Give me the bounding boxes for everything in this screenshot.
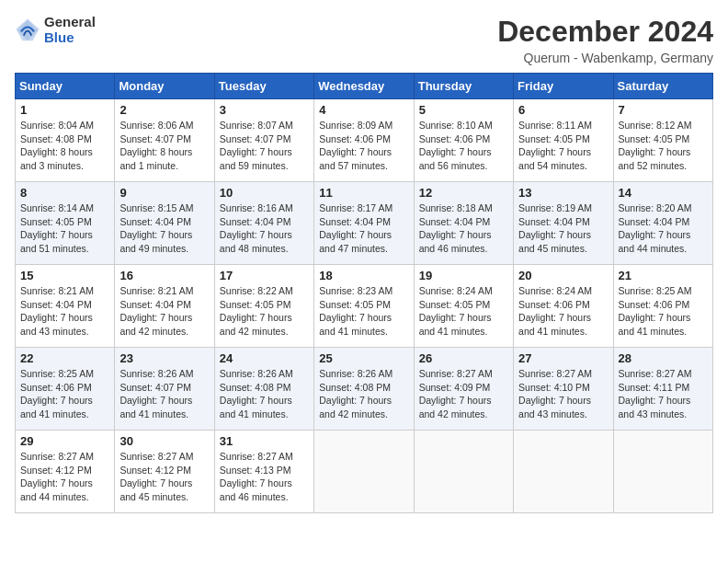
calendar-cell: 18Sunrise: 8:23 AM Sunset: 4:05 PM Dayli…	[314, 265, 414, 348]
day-info: Sunrise: 8:10 AM Sunset: 4:06 PM Dayligh…	[419, 119, 508, 173]
calendar-cell: 19Sunrise: 8:24 AM Sunset: 4:05 PM Dayli…	[414, 265, 513, 348]
calendar-cell: 20Sunrise: 8:24 AM Sunset: 4:06 PM Dayli…	[514, 265, 613, 348]
calendar-cell: 31Sunrise: 8:27 AM Sunset: 4:13 PM Dayli…	[214, 431, 313, 513]
location-text: Querum - Wabenkamp, Germany	[497, 51, 713, 65]
day-number: 25	[319, 351, 408, 365]
day-info: Sunrise: 8:23 AM Sunset: 4:05 PM Dayligh…	[319, 284, 408, 339]
day-number: 6	[518, 103, 608, 117]
calendar-cell: 25Sunrise: 8:26 AM Sunset: 4:08 PM Dayli…	[314, 348, 414, 431]
calendar-cell: 7Sunrise: 8:12 AM Sunset: 4:05 PM Daylig…	[613, 99, 712, 182]
day-info: Sunrise: 8:12 AM Sunset: 4:05 PM Dayligh…	[619, 119, 708, 173]
calendar-cell	[613, 431, 712, 513]
day-info: Sunrise: 8:26 AM Sunset: 4:08 PM Dayligh…	[220, 367, 309, 421]
day-info: Sunrise: 8:15 AM Sunset: 4:04 PM Dayligh…	[119, 201, 209, 256]
calendar-cell: 15Sunrise: 8:21 AM Sunset: 4:04 PM Dayli…	[16, 265, 115, 348]
day-number: 16	[119, 269, 209, 282]
calendar-week-row: 15Sunrise: 8:21 AM Sunset: 4:04 PM Dayli…	[16, 265, 713, 348]
day-number: 27	[518, 351, 608, 365]
title-block: December 2024 Querum - Wabenkamp, German…	[497, 15, 713, 65]
day-number: 22	[20, 351, 109, 365]
day-number: 8	[20, 186, 109, 200]
calendar-cell: 6Sunrise: 8:11 AM Sunset: 4:05 PM Daylig…	[514, 99, 613, 182]
column-header-saturday: Saturday	[613, 74, 712, 99]
column-header-wednesday: Wednesday	[314, 74, 414, 99]
day-number: 7	[619, 103, 708, 117]
day-number: 11	[319, 186, 408, 200]
day-info: Sunrise: 8:21 AM Sunset: 4:04 PM Dayligh…	[20, 284, 109, 339]
day-info: Sunrise: 8:20 AM Sunset: 4:04 PM Dayligh…	[619, 201, 708, 256]
day-number: 9	[119, 186, 209, 200]
calendar-week-row: 8Sunrise: 8:14 AM Sunset: 4:05 PM Daylig…	[16, 182, 713, 265]
day-info: Sunrise: 8:19 AM Sunset: 4:04 PM Dayligh…	[518, 201, 608, 256]
day-number: 4	[319, 103, 408, 117]
day-number: 10	[220, 186, 309, 200]
calendar-cell: 23Sunrise: 8:26 AM Sunset: 4:07 PM Dayli…	[115, 348, 214, 431]
column-header-thursday: Thursday	[414, 74, 513, 99]
calendar-cell	[414, 431, 513, 513]
calendar-cell: 13Sunrise: 8:19 AM Sunset: 4:04 PM Dayli…	[514, 182, 613, 265]
day-number: 30	[119, 434, 209, 448]
logo-icon	[15, 17, 40, 43]
calendar-week-row: 29Sunrise: 8:27 AM Sunset: 4:12 PM Dayli…	[16, 431, 713, 513]
calendar-cell: 14Sunrise: 8:20 AM Sunset: 4:04 PM Dayli…	[613, 182, 712, 265]
day-info: Sunrise: 8:24 AM Sunset: 4:06 PM Dayligh…	[518, 284, 608, 339]
calendar-cell: 1Sunrise: 8:04 AM Sunset: 4:08 PM Daylig…	[16, 99, 115, 182]
day-number: 31	[220, 434, 309, 448]
logo-general-text: General	[44, 15, 96, 30]
day-info: Sunrise: 8:27 AM Sunset: 4:11 PM Dayligh…	[619, 367, 708, 421]
day-info: Sunrise: 8:27 AM Sunset: 4:13 PM Dayligh…	[220, 450, 309, 504]
day-number: 20	[518, 269, 608, 282]
day-number: 2	[119, 103, 209, 117]
page-header: General Blue December 2024 Querum - Wabe…	[15, 15, 713, 65]
calendar-cell: 27Sunrise: 8:27 AM Sunset: 4:10 PM Dayli…	[514, 348, 613, 431]
day-number: 17	[220, 269, 309, 282]
calendar-week-row: 22Sunrise: 8:25 AM Sunset: 4:06 PM Dayli…	[16, 348, 713, 431]
calendar-cell: 9Sunrise: 8:15 AM Sunset: 4:04 PM Daylig…	[115, 182, 214, 265]
column-header-sunday: Sunday	[16, 74, 115, 99]
calendar-cell: 3Sunrise: 8:07 AM Sunset: 4:07 PM Daylig…	[214, 99, 313, 182]
day-number: 26	[419, 351, 508, 365]
day-info: Sunrise: 8:14 AM Sunset: 4:05 PM Dayligh…	[20, 201, 109, 256]
day-info: Sunrise: 8:26 AM Sunset: 4:08 PM Dayligh…	[319, 367, 408, 421]
calendar-cell: 17Sunrise: 8:22 AM Sunset: 4:05 PM Dayli…	[214, 265, 313, 348]
day-info: Sunrise: 8:04 AM Sunset: 4:08 PM Dayligh…	[20, 119, 109, 173]
calendar-cell: 2Sunrise: 8:06 AM Sunset: 4:07 PM Daylig…	[115, 99, 214, 182]
day-number: 21	[619, 269, 708, 282]
day-info: Sunrise: 8:22 AM Sunset: 4:05 PM Dayligh…	[220, 284, 309, 339]
day-info: Sunrise: 8:06 AM Sunset: 4:07 PM Dayligh…	[119, 119, 209, 173]
day-info: Sunrise: 8:17 AM Sunset: 4:04 PM Dayligh…	[319, 201, 408, 256]
day-info: Sunrise: 8:25 AM Sunset: 4:06 PM Dayligh…	[20, 367, 109, 421]
day-number: 12	[419, 186, 508, 200]
day-info: Sunrise: 8:25 AM Sunset: 4:06 PM Dayligh…	[619, 284, 708, 339]
day-info: Sunrise: 8:07 AM Sunset: 4:07 PM Dayligh…	[220, 119, 309, 173]
calendar-header-row: SundayMondayTuesdayWednesdayThursdayFrid…	[16, 74, 713, 99]
day-info: Sunrise: 8:24 AM Sunset: 4:05 PM Dayligh…	[419, 284, 508, 339]
day-info: Sunrise: 8:18 AM Sunset: 4:04 PM Dayligh…	[419, 201, 508, 256]
calendar-cell: 30Sunrise: 8:27 AM Sunset: 4:12 PM Dayli…	[115, 431, 214, 513]
calendar-cell: 29Sunrise: 8:27 AM Sunset: 4:12 PM Dayli…	[16, 431, 115, 513]
day-number: 28	[619, 351, 708, 365]
day-info: Sunrise: 8:09 AM Sunset: 4:06 PM Dayligh…	[319, 119, 408, 173]
calendar-cell: 12Sunrise: 8:18 AM Sunset: 4:04 PM Dayli…	[414, 182, 513, 265]
day-info: Sunrise: 8:26 AM Sunset: 4:07 PM Dayligh…	[119, 367, 209, 421]
calendar-cell: 21Sunrise: 8:25 AM Sunset: 4:06 PM Dayli…	[613, 265, 712, 348]
day-number: 5	[419, 103, 508, 117]
calendar-cell: 8Sunrise: 8:14 AM Sunset: 4:05 PM Daylig…	[16, 182, 115, 265]
day-info: Sunrise: 8:16 AM Sunset: 4:04 PM Dayligh…	[220, 201, 309, 256]
column-header-tuesday: Tuesday	[214, 74, 313, 99]
day-info: Sunrise: 8:27 AM Sunset: 4:09 PM Dayligh…	[419, 367, 508, 421]
day-number: 1	[20, 103, 109, 117]
calendar-week-row: 1Sunrise: 8:04 AM Sunset: 4:08 PM Daylig…	[16, 99, 713, 182]
calendar-cell: 11Sunrise: 8:17 AM Sunset: 4:04 PM Dayli…	[314, 182, 414, 265]
day-number: 3	[220, 103, 309, 117]
calendar-cell: 10Sunrise: 8:16 AM Sunset: 4:04 PM Dayli…	[214, 182, 313, 265]
calendar-table: SundayMondayTuesdayWednesdayThursdayFrid…	[15, 73, 713, 513]
day-number: 19	[419, 269, 508, 282]
calendar-cell: 16Sunrise: 8:21 AM Sunset: 4:04 PM Dayli…	[115, 265, 214, 348]
day-number: 18	[319, 269, 408, 282]
day-info: Sunrise: 8:27 AM Sunset: 4:12 PM Dayligh…	[119, 450, 209, 504]
calendar-cell: 24Sunrise: 8:26 AM Sunset: 4:08 PM Dayli…	[214, 348, 313, 431]
logo-text: General Blue	[44, 15, 96, 45]
day-info: Sunrise: 8:11 AM Sunset: 4:05 PM Dayligh…	[518, 119, 608, 173]
day-number: 13	[518, 186, 608, 200]
